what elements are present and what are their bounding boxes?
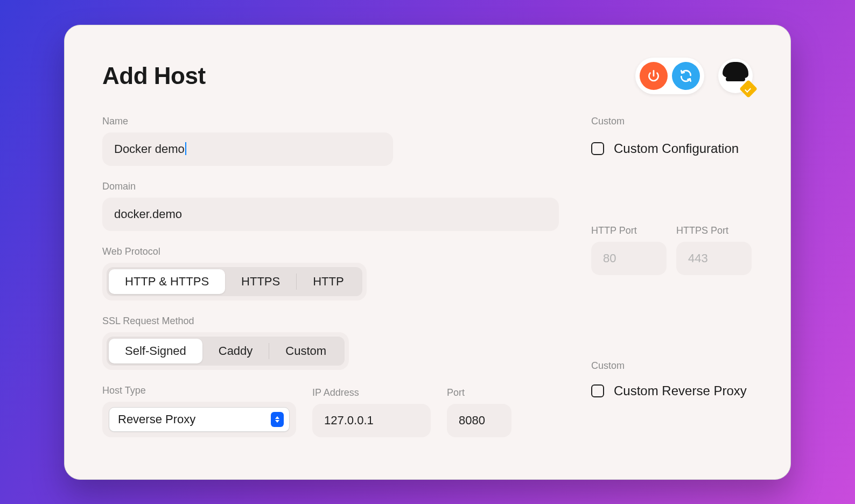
custom-reverse-label: Custom Reverse Proxy [614,383,747,398]
header-action-pill [635,58,704,94]
custom-config-section-label: Custom [591,116,753,127]
port-value: 8080 [459,414,485,427]
ssl-method-label: SSL Request Method [102,316,559,327]
header-controls [635,58,753,94]
host-row: Host Type Reverse Proxy IP Address 127.0 [102,385,559,452]
web-protocol-field: Web Protocol HTTP & HTTPS HTTPS HTTP [102,246,559,300]
http-port-label: HTTP Port [591,225,667,236]
web-protocol-option-http-https[interactable]: HTTP & HTTPS [109,269,225,294]
page-title: Add Host [102,62,206,89]
host-type-select-wrap: Reverse Proxy [102,402,296,437]
custom-reverse-row: Custom Reverse Proxy [591,383,753,398]
ip-address-label: IP Address [312,387,431,398]
form-columns: Name Docker demo Domain docker.demo Web … [102,116,753,452]
right-column: Custom Custom Configuration HTTP Port HT… [591,116,753,452]
https-port-field: HTTPS Port [676,225,752,275]
host-type-field: Host Type Reverse Proxy [102,385,296,437]
refresh-icon [679,69,693,83]
custom-config-label: Custom Configuration [614,141,739,156]
name-input[interactable]: Docker demo [102,132,393,166]
port-field: Port 8080 [447,387,511,437]
avatar[interactable] [718,59,753,93]
domain-label: Domain [102,181,559,192]
chevron-up-down-icon [271,412,284,427]
header: Add Host [102,58,753,94]
ip-address-value: 127.0.0.1 [324,414,374,427]
power-icon [647,69,661,83]
port-input[interactable]: 8080 [447,404,511,437]
custom-config-checkbox[interactable] [591,142,604,155]
http-port-field: HTTP Port [591,225,667,275]
domain-field: Domain docker.demo [102,181,559,231]
custom-reverse-section-label: Custom [591,360,753,372]
domain-value: docker.demo [114,207,182,221]
add-host-window: Add Host Name [64,25,791,480]
refresh-button[interactable] [672,62,700,90]
ssl-option-self-signed[interactable]: Self-Signed [109,339,202,363]
custom-config-row: Custom Configuration [591,141,753,156]
left-column: Name Docker demo Domain docker.demo Web … [102,116,559,452]
web-protocol-label: Web Protocol [102,246,559,257]
name-label: Name [102,116,559,127]
text-cursor [185,142,186,155]
custom-reverse-proxy-field: Custom Custom Reverse Proxy [591,360,753,398]
host-type-select[interactable]: Reverse Proxy [109,407,290,432]
web-protocol-option-https[interactable]: HTTPS [225,269,296,294]
name-field: Name Docker demo [102,116,559,166]
ssl-method-segmented: Self-Signed Caddy Custom [102,332,349,370]
web-protocol-option-http[interactable]: HTTP [297,269,360,294]
power-button[interactable] [640,62,668,90]
ssl-method-field: SSL Request Method Self-Signed Caddy Cus… [102,316,559,370]
ip-address-field: IP Address 127.0.0.1 [312,387,431,437]
ssl-option-custom[interactable]: Custom [269,339,342,363]
https-port-label: HTTPS Port [676,225,752,236]
ip-address-input[interactable]: 127.0.0.1 [312,404,431,437]
ssl-option-caddy[interactable]: Caddy [202,339,269,363]
custom-config-field: Custom Custom Configuration [591,116,753,156]
host-type-label: Host Type [102,385,296,396]
https-port-input[interactable] [676,242,752,275]
host-type-value: Reverse Proxy [118,412,195,426]
domain-input[interactable]: docker.demo [102,198,559,231]
name-value: Docker demo [114,142,185,156]
web-protocol-segmented: HTTP & HTTPS HTTPS HTTP [102,263,367,300]
http-port-input[interactable] [591,242,667,275]
ports-row: HTTP Port HTTPS Port [591,225,753,297]
custom-reverse-checkbox[interactable] [591,384,604,397]
port-label: Port [447,387,511,398]
